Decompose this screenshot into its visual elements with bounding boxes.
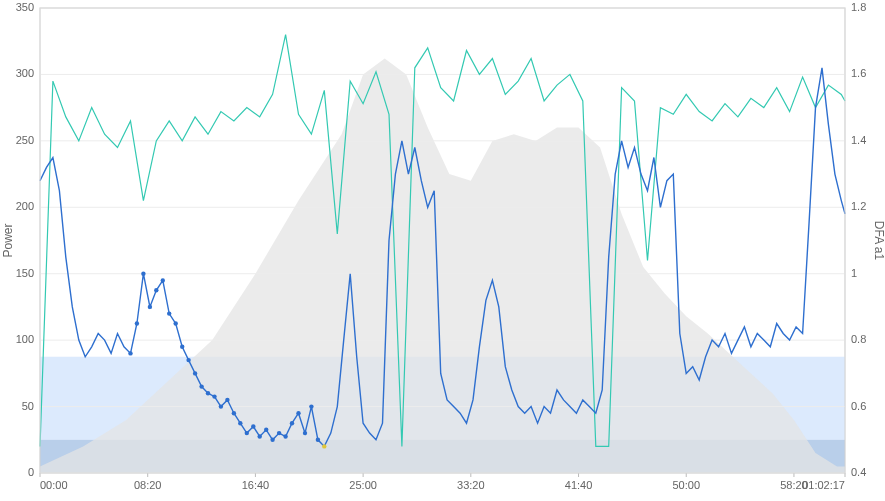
dfa-marker — [322, 444, 326, 448]
y-right-tick-label: 1.4 — [851, 134, 866, 146]
x-tick-label: 41:40 — [565, 479, 593, 491]
dfa-marker — [290, 421, 294, 425]
dfa-marker — [174, 321, 178, 325]
dfa-marker — [199, 384, 203, 388]
y-left-tick-label: 150 — [16, 267, 34, 279]
dfa-marker — [141, 272, 145, 276]
dfa-marker — [238, 421, 242, 425]
y-left-tick-label: 0 — [28, 466, 34, 478]
background-elevation-area — [40, 59, 845, 474]
dfa-marker — [270, 438, 274, 442]
x-tick-label: 00:00 — [40, 479, 68, 491]
dfa-marker — [296, 411, 300, 415]
x-tick-label: 25:00 — [349, 479, 377, 491]
dfa-marker — [251, 424, 255, 428]
dfa-marker — [303, 431, 307, 435]
dfa-marker — [128, 351, 132, 355]
dfa-marker — [309, 404, 313, 408]
dfa-marker — [232, 411, 236, 415]
y-left-tick-label: 100 — [16, 333, 34, 345]
dfa-marker — [135, 321, 139, 325]
x-tick-label: 01:02:17 — [802, 479, 845, 491]
dfa-marker — [245, 431, 249, 435]
y-right-tick-label: 0.6 — [851, 400, 866, 412]
y-left-tick-label: 50 — [22, 400, 34, 412]
dfa-marker — [180, 345, 184, 349]
y-right-tick-label: 0.8 — [851, 333, 866, 345]
y-right-tick-label: 1 — [851, 267, 857, 279]
x-tick-label: 08:20 — [134, 479, 162, 491]
y-right-tick-label: 1.6 — [851, 67, 866, 79]
dfa-marker — [264, 428, 268, 432]
x-tick-label: 16:40 — [242, 479, 270, 491]
y-left-tick-label: 300 — [16, 67, 34, 79]
dfa-marker — [161, 278, 165, 282]
dfa-marker — [206, 391, 210, 395]
y-right-axis-title: DFA a1 — [872, 221, 885, 261]
dfa-marker — [283, 434, 287, 438]
dfa-marker — [258, 434, 262, 438]
y-left-axis-title: Power — [1, 223, 15, 257]
y-left-tick-label: 250 — [16, 134, 34, 146]
dfa-marker — [167, 311, 171, 315]
x-tick-label: 50:00 — [672, 479, 700, 491]
y-left-tick-label: 350 — [16, 1, 34, 13]
dfa-marker — [277, 431, 281, 435]
dfa-marker — [225, 398, 229, 402]
y-right-tick-label: 1.8 — [851, 1, 866, 13]
dual-axis-line-chart: 00:0008:2016:4025:0033:2041:4050:0058:20… — [0, 0, 885, 501]
dfa-marker — [186, 358, 190, 362]
chart-svg[interactable]: 00:0008:2016:4025:0033:2041:4050:0058:20… — [0, 0, 885, 501]
dfa-marker — [316, 438, 320, 442]
dfa-marker — [219, 404, 223, 408]
x-tick-label: 33:20 — [457, 479, 485, 491]
dfa-marker — [193, 371, 197, 375]
y-right-tick-label: 1.2 — [851, 200, 866, 212]
dfa-marker — [154, 288, 158, 292]
dfa-marker — [148, 305, 152, 309]
y-left-tick-label: 200 — [16, 200, 34, 212]
dfa-marker — [212, 394, 216, 398]
y-right-tick-label: 0.4 — [851, 466, 866, 478]
